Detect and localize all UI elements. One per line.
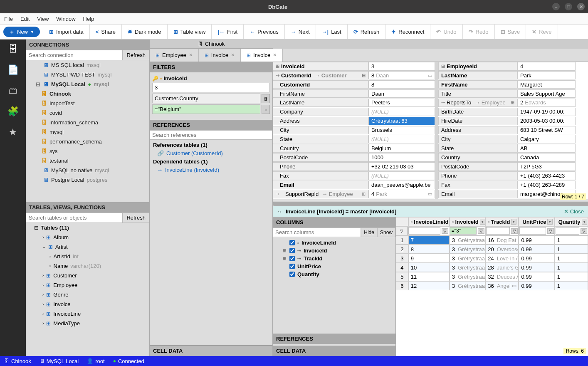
plugins-icon[interactable]: 🧩 xyxy=(7,106,19,117)
filter-invoiceid-input[interactable] xyxy=(152,83,270,92)
database-chinook[interactable]: 🗄Chinook xyxy=(26,89,149,99)
database-icon[interactable]: 🗄 xyxy=(8,44,17,54)
cell-unitprice[interactable]: 0.99 xyxy=(519,235,554,245)
dark-mode-button[interactable]: ✹Dark mode xyxy=(122,25,168,39)
cell-unitprice[interactable]: 0.99 xyxy=(519,245,554,254)
refresh-connections-button[interactable]: Refresh xyxy=(123,50,149,60)
prop-value-lastname[interactable]: Park xyxy=(517,71,576,80)
close-detail-button[interactable]: ✕Close xyxy=(564,208,584,215)
cell-unitprice[interactable]: 0.99 xyxy=(519,281,554,290)
menu-help[interactable]: Help xyxy=(83,16,94,22)
db-tab[interactable]: 🗄Chinook xyxy=(150,40,273,49)
share-button[interactable]: <Share xyxy=(90,25,122,39)
table-row[interactable]: 173Grétrystraat 63▭16Dog Eat Dog▭0.991 xyxy=(396,235,588,245)
cell-invoiceid[interactable]: 3Grétrystraat 63▭ xyxy=(450,245,485,254)
database-covid[interactable]: 🗄covid xyxy=(26,108,149,118)
filter-delete-button[interactable]: 🗑 xyxy=(262,94,270,103)
cell-invoiceid[interactable]: 3Grétrystraat 63▭ xyxy=(450,235,485,245)
search-tables-input[interactable] xyxy=(26,213,123,223)
table-artist[interactable]: ⌄⊞Artist xyxy=(26,242,149,252)
prop-value-customerid[interactable]: 8 Daan▭ xyxy=(368,71,435,80)
database-sys[interactable]: 🗄sys xyxy=(26,146,149,156)
column-toggle-invoicelineid[interactable]: ▫InvoiceLineId xyxy=(276,239,392,247)
menu-window[interactable]: Window xyxy=(56,16,75,22)
connection-mysql-local[interactable]: ⊟🖥MySQL Local ● mysql xyxy=(26,79,149,89)
tab-invoice[interactable]: ⊞Invoice✕ xyxy=(199,49,241,62)
prop-value-firstname[interactable]: Daan xyxy=(368,89,435,98)
cell-invoiceid[interactable]: 3Grétrystraat 63▭ xyxy=(450,281,485,290)
cell-quantity[interactable]: 1 xyxy=(555,263,588,272)
cell-quantity[interactable]: 1 xyxy=(555,272,588,281)
prop-value-city[interactable]: Calgary xyxy=(517,135,576,143)
cell-invoicelineid[interactable]: 10 xyxy=(408,263,450,272)
close-button[interactable]: ✕ xyxy=(577,3,585,10)
search-columns-input[interactable] xyxy=(273,228,361,237)
refresh-button[interactable]: ⟳Refresh xyxy=(348,25,386,39)
cell-trackid[interactable]: 36Angel▭ xyxy=(485,281,519,290)
table-view-button[interactable]: ⊞Table view xyxy=(168,25,212,39)
cell-unitprice[interactable]: 0.99 xyxy=(519,263,554,272)
table-genre[interactable]: ›⊞Genre xyxy=(26,290,149,299)
previous-button[interactable]: ←Previous xyxy=(244,25,285,39)
connection-ms-sql-local[interactable]: 🖥MS SQL local mssql xyxy=(26,60,149,70)
show-columns-button[interactable]: Show xyxy=(377,228,395,237)
column-toggle-unitprice[interactable]: UnitPrice xyxy=(276,262,392,270)
connection-mysl-pwd-test[interactable]: 🖥MYSL PWD TEST mysql xyxy=(26,70,149,79)
prop-value-address[interactable]: Grétrystraat 63 xyxy=(368,117,435,126)
column-toggle-trackid[interactable]: ⊞⇢TrackId xyxy=(276,255,392,262)
search-connection-input[interactable] xyxy=(26,50,123,60)
filter-icon[interactable]: ▽ xyxy=(478,228,484,234)
table-row[interactable]: 5113Grétrystraat 63▭32Deuces Are V▭0.991 xyxy=(396,272,588,281)
table-invoiceline[interactable]: ›⊞InvoiceLine xyxy=(26,309,149,319)
next-button[interactable]: →Next xyxy=(285,25,316,39)
filter-country-value-input[interactable] xyxy=(152,104,260,114)
filter-icon[interactable]: ▽ xyxy=(442,228,448,234)
header-trackid[interactable]: ▫TrackId▾ xyxy=(485,217,519,226)
table-customer[interactable]: ›⊞Customer xyxy=(26,271,149,280)
prop-value-fax[interactable]: (NULL) xyxy=(368,171,435,180)
database-mysql[interactable]: 🗄mysql xyxy=(26,127,149,137)
prop-value-birthdate[interactable]: 1947-09-19 00:00: xyxy=(517,108,576,116)
tab-invoice[interactable]: ⊞Invoice✕ xyxy=(241,49,283,62)
close-icon[interactable]: ✕ xyxy=(189,52,193,58)
horizontal-scrollbar[interactable] xyxy=(273,201,588,206)
status-user[interactable]: 👤root xyxy=(87,358,104,364)
tab-employee[interactable]: ⊞Employee✕ xyxy=(150,49,199,62)
connection-mysql-no-native[interactable]: 🖥MySQL no native mysql xyxy=(26,166,149,175)
menu-file[interactable]: File xyxy=(4,16,13,22)
prop-value-phone[interactable]: +32 02 219 03 03 xyxy=(368,162,435,171)
table-mediatype[interactable]: ›⊞MediaType xyxy=(26,319,149,328)
last-button[interactable]: →|Last xyxy=(316,25,348,39)
column-checkbox[interactable] xyxy=(289,256,295,261)
filter-country-label-input[interactable] xyxy=(152,94,260,103)
prop-value-reportsto[interactable]: 2 Edwards xyxy=(517,99,576,107)
filter-input-unitprice[interactable] xyxy=(519,227,546,235)
prop-value-supportrepid[interactable]: 4 Park▭ xyxy=(368,190,435,198)
cell-quantity[interactable]: 1 xyxy=(555,245,588,254)
cell-invoiceid[interactable]: 3Grétrystraat 63▭ xyxy=(450,272,485,281)
cell-invoiceid[interactable]: 3Grétrystraat 63▭ xyxy=(450,254,485,263)
prop-value-state[interactable]: (NULL) xyxy=(368,135,435,143)
column-checkbox[interactable] xyxy=(289,248,295,253)
header-invoiceid[interactable]: ▫InvoiceId▾ xyxy=(450,217,485,226)
table-album[interactable]: ›⊞Album xyxy=(26,232,149,242)
chevron-down-icon[interactable]: ▾ xyxy=(547,219,553,225)
database-testanal[interactable]: 🗄testanal xyxy=(26,156,149,166)
cell-trackid[interactable]: 24Love In An El▭ xyxy=(485,254,519,263)
refresh-tables-button[interactable]: Refresh xyxy=(123,213,149,223)
table-row[interactable]: 4103Grétrystraat 63▭28Janie's Got A▭0.99… xyxy=(396,263,588,272)
filter-funnel-button[interactable]: ⌄ xyxy=(262,105,270,114)
new-button[interactable]: ＋New ▼ xyxy=(3,27,40,37)
prop-value-firstname[interactable]: Margaret xyxy=(517,80,576,89)
cell-invoicelineid[interactable]: 12 xyxy=(408,281,450,290)
prop-value-city[interactable]: Brussels xyxy=(368,126,435,135)
prop-value-invoiceid[interactable]: 3 xyxy=(368,62,435,71)
search-references-input[interactable] xyxy=(150,130,272,140)
header-quantity[interactable]: Quantity▾ xyxy=(555,217,588,226)
file-icon[interactable]: 📄 xyxy=(7,64,19,75)
first-button[interactable]: |←First xyxy=(212,25,244,39)
database-performance_schema[interactable]: 🗄performance_schema xyxy=(26,137,149,146)
chevron-down-icon[interactable]: ▾ xyxy=(480,219,485,225)
column-artistid[interactable]: ▫ArtistId int xyxy=(26,252,149,261)
cell-quantity[interactable]: 1 xyxy=(555,281,588,290)
